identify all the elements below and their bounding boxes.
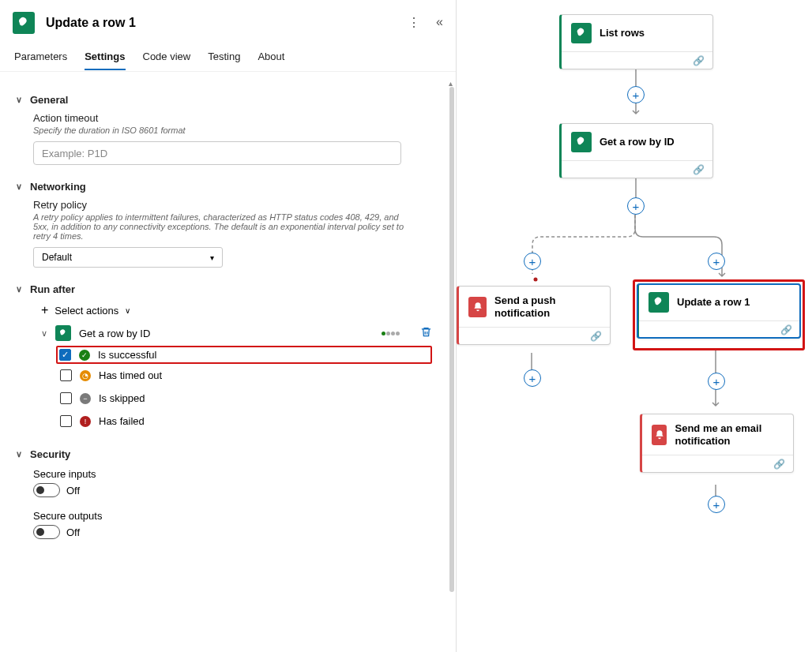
dataverse-icon [571, 132, 592, 152]
node-email-notification[interactable]: Send me an email notification 🔗 [640, 414, 794, 473]
skip-icon: − [80, 393, 91, 404]
checkbox-successful[interactable] [59, 349, 71, 361]
select-actions-button[interactable]: + Select actions ∨ [41, 303, 432, 317]
runafter-parent-name: Get a row by ID [79, 328, 150, 339]
collapse-icon[interactable]: « [436, 15, 443, 30]
dataverse-icon [55, 325, 71, 341]
chevron-down-icon: ∨ [41, 328, 47, 339]
secure-inputs-toggle[interactable]: Off [33, 483, 432, 497]
add-step-button[interactable]: + [627, 197, 645, 215]
add-step-button[interactable]: + [708, 253, 725, 270]
link-icon: 🔗 [590, 331, 602, 342]
dataverse-icon [648, 292, 669, 313]
status-successful[interactable]: ✓ Is successful [56, 346, 432, 364]
chevron-down-icon: ∨ [16, 284, 22, 294]
section-networking[interactable]: ∨Networking [16, 181, 432, 193]
section-general[interactable]: ∨General [16, 94, 432, 106]
section-security[interactable]: ∨Security [16, 448, 432, 460]
status-skipped[interactable]: − Is skipped [60, 387, 432, 410]
svg-point-0 [534, 278, 538, 282]
runafter-parent-row[interactable]: ∨ Get a row by ID [41, 325, 432, 341]
tab-codeview[interactable]: Code view [143, 44, 191, 70]
checkbox-timedout[interactable] [60, 369, 72, 381]
settings-content: ∨General Action timeout Specify the dura… [0, 72, 456, 652]
checkbox-skipped[interactable] [60, 392, 72, 404]
add-step-button[interactable]: + [524, 369, 541, 387]
secure-outputs-toggle[interactable]: Off [33, 525, 432, 539]
flow-canvas[interactable]: List rows 🔗 + Get a row by ID 🔗 + + + Se… [457, 0, 812, 652]
secure-outputs-label: Secure outputs [33, 510, 432, 522]
timeout-label: Action timeout [33, 112, 432, 124]
timeout-input[interactable]: Example: P1D [33, 141, 401, 165]
add-step-button[interactable]: + [524, 253, 541, 270]
tab-testing[interactable]: Testing [208, 44, 240, 70]
link-icon: 🔗 [693, 55, 705, 66]
retry-label: Retry policy [33, 199, 432, 211]
add-step-button[interactable]: + [708, 373, 725, 390]
node-list-rows[interactable]: List rows 🔗 [559, 14, 713, 69]
link-icon: 🔗 [693, 164, 705, 175]
chevron-down-icon: ▾ [210, 253, 214, 262]
timeout-help: Specify the duration in ISO 8601 format [33, 126, 432, 135]
node-get-row[interactable]: Get a row by ID 🔗 [559, 123, 713, 178]
tab-parameters[interactable]: Parameters [14, 44, 67, 70]
status-failed[interactable]: ! Has failed [60, 410, 432, 433]
timeout-icon: ◔ [80, 370, 91, 381]
delete-icon[interactable] [420, 326, 432, 341]
chevron-down-icon: ∨ [16, 449, 22, 459]
dataverse-icon [571, 23, 592, 43]
plus-icon: + [41, 303, 48, 317]
tab-bar: Parameters Settings Code view Testing Ab… [0, 43, 456, 72]
secure-inputs-label: Secure inputs [33, 468, 432, 480]
fail-icon: ! [80, 416, 91, 427]
status-dots [382, 332, 400, 335]
runafter-status-list: ✓ Is successful ◔ Has timed out − Is ski… [60, 346, 432, 433]
highlight-update-node: Update a row 1 🔗 [633, 279, 805, 350]
settings-panel: Update a row 1 ⋮ « Parameters Settings C… [0, 0, 457, 652]
retry-help: A retry policy applies to intermittent f… [33, 212, 404, 241]
panel-header: Update a row 1 ⋮ « [0, 0, 456, 45]
dataverse-icon [13, 12, 35, 34]
panel-title: Update a row 1 [46, 16, 408, 30]
node-update-row[interactable]: Update a row 1 🔗 [637, 283, 801, 339]
tab-settings[interactable]: Settings [85, 44, 125, 70]
chevron-down-icon: ∨ [125, 306, 130, 315]
bell-icon [652, 425, 667, 445]
chevron-down-icon: ∨ [16, 182, 22, 192]
link-icon: 🔗 [780, 324, 792, 335]
add-step-button[interactable]: + [627, 86, 645, 103]
status-timedout[interactable]: ◔ Has timed out [60, 364, 432, 387]
node-push-notification[interactable]: Send a push notification 🔗 [457, 286, 611, 345]
chevron-down-icon: ∨ [16, 95, 22, 105]
more-icon[interactable]: ⋮ [408, 15, 420, 30]
retry-select[interactable]: Default▾ [33, 247, 223, 268]
link-icon: 🔗 [773, 459, 785, 470]
success-icon: ✓ [79, 350, 90, 361]
add-step-button[interactable]: + [708, 496, 725, 513]
section-runafter[interactable]: ∨Run after [16, 283, 432, 295]
checkbox-failed[interactable] [60, 415, 72, 427]
tab-about[interactable]: About [258, 44, 284, 70]
bell-icon [468, 297, 487, 317]
